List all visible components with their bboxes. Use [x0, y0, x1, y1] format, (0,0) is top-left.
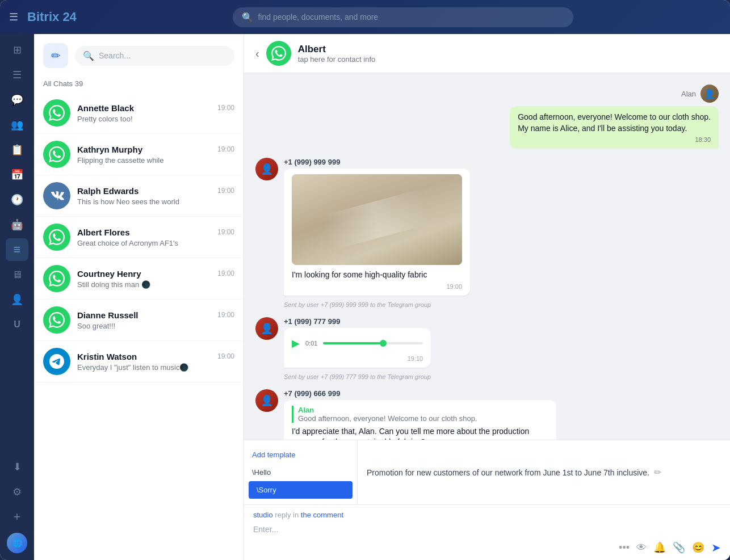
nav-chat-icon[interactable]: 💬	[6, 89, 28, 111]
message-time: 18:30	[518, 136, 711, 143]
chat-time: 19:00	[217, 352, 234, 360]
chat-preview: Still doing this man 🌑	[77, 280, 234, 289]
chat-time: 19:00	[217, 145, 234, 153]
nav-settings-icon[interactable]: ⚙	[6, 481, 28, 503]
template-content: Promotion for new customers of our netwo…	[358, 440, 730, 504]
nav-screen-icon[interactable]: 🖥	[6, 263, 28, 286]
sender-phone: +1 (999) 999 999	[284, 158, 470, 166]
avatar	[43, 265, 70, 292]
global-search-input[interactable]	[258, 12, 564, 22]
template-sidebar: Add template \Hello \Sorry	[244, 440, 358, 504]
reply-label: studio reply in the comment	[253, 511, 721, 519]
chat-item[interactable]: Kristin Watson 19:00 Everyday I "just" l…	[34, 341, 244, 382]
nav-tasks-icon[interactable]: ☰	[6, 64, 28, 86]
message-incoming: 👤 +1 (999) 999 999 I'm looking for some …	[255, 158, 719, 308]
nav-person-icon[interactable]: 👤	[6, 288, 28, 311]
hamburger-icon[interactable]: ☰	[9, 11, 18, 23]
back-button[interactable]: ‹	[255, 47, 259, 60]
message-text: I'd appreciate that, Alan. Can you tell …	[292, 426, 548, 440]
avatar	[43, 348, 70, 375]
chat-preview: Flipping the cassette while	[77, 156, 234, 165]
avatar	[43, 306, 70, 334]
message-input-area: studio reply in the comment ••• 👁 🔔 📎 😊 …	[244, 504, 730, 560]
sender-label: Alan	[681, 90, 696, 98]
chat-name: Albert Flores	[77, 228, 130, 237]
sidebar-nav: ⊞ ☰ 💬 👥 📋 📅 🕐 🤖 ≡ 🖥 👤 U ⬇ ⚙ + 🌐	[0, 34, 34, 560]
chat-header: ‹ Albert tap here for contact info	[244, 34, 730, 73]
nav-download-icon[interactable]: ⬇	[6, 456, 28, 478]
nav-home-icon[interactable]: ⊞	[6, 39, 28, 61]
audio-progress[interactable]	[323, 342, 423, 344]
forwarded-label: Sent by user +7 (999) 777 999 to the Tel…	[284, 373, 431, 380]
message-bubble: ▶ 0:01 19:10	[284, 328, 431, 368]
input-tools: ••• 👁 🔔 📎 😊 ➤	[253, 541, 721, 554]
message-time: 19:10	[292, 355, 423, 362]
compose-button[interactable]: ✏	[43, 43, 68, 68]
nav-add-icon[interactable]: +	[6, 506, 28, 528]
global-search-bar[interactable]: 🔍	[233, 7, 573, 27]
chat-list-header: ✏ 🔍	[34, 34, 244, 77]
chat-item[interactable]: Dianne Russell 19:00 Soo great!!!	[34, 300, 244, 341]
nav-calendar-icon[interactable]: 📅	[6, 163, 28, 186]
chat-info: Albert Flores 19:00 Great choice of Acro…	[77, 228, 234, 247]
nav-clock-icon[interactable]: 🕐	[6, 188, 28, 211]
edit-icon[interactable]: ✏	[654, 467, 661, 478]
eye-icon[interactable]: 👁	[636, 542, 647, 554]
chat-preview: This is how Neo sees the world	[77, 197, 234, 206]
template-area: Add template \Hello \Sorry Promotion for…	[244, 440, 730, 504]
emoji-icon[interactable]: 😊	[692, 541, 704, 554]
chat-item[interactable]: Kathryn Murphy 19:00 Flipping the casset…	[34, 134, 244, 175]
chat-item[interactable]: Annette Black 19:00 Pretty colors too!	[34, 92, 244, 134]
quoted-author: Alan	[298, 406, 548, 414]
chat-info: Kristin Watson 19:00 Everyday I "just" l…	[77, 352, 234, 372]
brand-logo: Bitrix 24	[27, 10, 77, 24]
chat-name: Annette Black	[77, 103, 134, 113]
avatar	[43, 182, 70, 209]
sender-phone: +1 (999) 777 999	[284, 317, 431, 326]
chat-window: ‹ Albert tap here for contact info Alan	[244, 34, 730, 560]
chat-search-box[interactable]: 🔍	[75, 46, 234, 66]
template-text: Promotion for new customers of our netwo…	[367, 468, 649, 477]
send-button[interactable]: ➤	[711, 541, 721, 554]
contact-info[interactable]: Albert tap here for contact info	[298, 44, 719, 64]
chat-item[interactable]: Albert Flores 19:00 Great choice of Acro…	[34, 217, 244, 258]
chat-info: Dianne Russell 19:00 Soo great!!!	[77, 310, 234, 330]
message-text: I'm looking for some high-quality fabric	[292, 270, 462, 281]
chat-info: Kathryn Murphy 19:00 Flipping the casset…	[77, 145, 234, 165]
add-template-button[interactable]: Add template	[244, 446, 357, 464]
message-bubble: I'm looking for some high-quality fabric…	[284, 169, 470, 296]
message-incoming: 👤 +7 (999) 666 999 Alan Good afternoon, …	[255, 389, 719, 440]
nav-team-icon[interactable]: 👥	[6, 113, 28, 136]
chat-name: Kathryn Murphy	[77, 145, 142, 154]
message-time: 19:00	[292, 283, 462, 290]
sender-avatar: 👤	[255, 158, 278, 180]
chat-item[interactable]: Ralph Edwards 19:00 This is how Neo sees…	[34, 175, 244, 217]
nav-filter-icon[interactable]: ≡	[6, 238, 28, 261]
studio-label: studio	[253, 511, 273, 519]
chat-list-panel: ✏ 🔍 All Chats 39 Annette Black	[34, 34, 244, 560]
chat-info: Ralph Edwards 19:00 This is how Neo sees…	[77, 186, 234, 206]
nav-u-icon[interactable]: U	[6, 313, 28, 336]
chat-search-input[interactable]	[99, 51, 226, 60]
avatar	[43, 99, 70, 127]
sender-avatar: 👤	[700, 85, 719, 103]
chat-item[interactable]: Courtney Henry 19:00 Still doing this ma…	[34, 258, 244, 300]
dots-icon[interactable]: •••	[619, 542, 630, 554]
contact-subtitle: tap here for contact info	[298, 55, 719, 64]
chat-items-list: Annette Black 19:00 Pretty colors too! K…	[34, 92, 244, 560]
template-item-hello[interactable]: \Hello	[244, 464, 357, 481]
paperclip-icon[interactable]: 📎	[673, 541, 685, 554]
global-search-icon: 🔍	[242, 12, 253, 23]
bell-icon[interactable]: 🔔	[653, 541, 666, 554]
template-item-sorry[interactable]: \Sorry	[249, 481, 353, 499]
avatar	[43, 224, 70, 251]
chat-time: 19:00	[217, 311, 234, 319]
reply-middle: reply in	[275, 511, 301, 519]
play-button[interactable]: ▶	[292, 337, 300, 350]
nav-docs-icon[interactable]: 📋	[6, 138, 28, 161]
chat-preview: Great choice of Acronym AF1's	[77, 239, 234, 247]
message-input[interactable]	[253, 523, 721, 536]
nav-robot-icon[interactable]: 🤖	[6, 213, 28, 236]
nav-account-icon[interactable]: 🌐	[7, 533, 27, 553]
chat-preview: Everyday I "just" listen to music🌑	[77, 363, 234, 372]
